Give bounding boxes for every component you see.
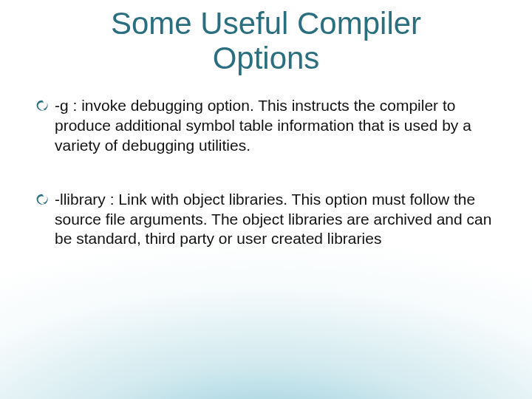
bullet-item: -llibrary : Link with object libraries. … [35,190,497,250]
swirl-bullet-icon [35,99,49,112]
title-line-2: Options [213,41,320,75]
title-line-1: Some Useful Compiler [111,6,421,41]
bullet-item: -g : invoke debugging option. This instr… [35,96,497,156]
bullet-list: -g : invoke debugging option. This instr… [35,96,497,249]
slide-title: Some Useful Compiler Options [35,6,497,75]
option-description: : invoke debugging option. This instruct… [55,97,471,154]
option-flag: -g [55,97,69,114]
slide: Some Useful Compiler Options -g : invoke… [0,0,532,249]
option-description: : Link with object libraries. This optio… [55,191,491,248]
option-flag: -llibrary [55,191,106,208]
swirl-bullet-icon [35,193,49,206]
